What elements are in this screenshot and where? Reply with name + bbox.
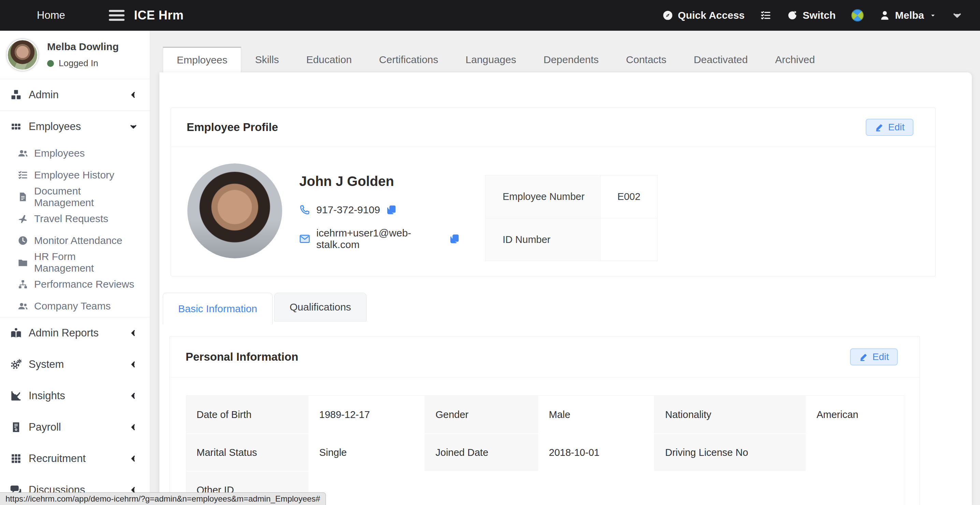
home-link[interactable]: Home [37,9,65,21]
sidebar-item-employees[interactable]: Employees [0,111,150,142]
phone-icon [299,204,310,215]
sidebar-item-label: Employees [34,147,84,159]
table-row: Employee NumberE002 [485,175,657,218]
chevron-down-icon [129,123,137,131]
sidebar-item-label: Travel Requests [34,213,108,225]
diagram-icon [18,279,28,289]
hamburger-icon[interactable] [109,10,124,21]
tab-contacts[interactable]: Contacts [612,47,680,72]
module-tabs: EmployeesSkillsEducationCertificationsLa… [163,47,980,72]
sidebar-subitem-employees[interactable]: Employees [0,142,150,164]
sidebar-item-label: Admin [29,89,59,101]
topbar-actions: Quick Access Switch Melba [662,9,980,21]
clock-icon [18,236,28,246]
tab-languages[interactable]: Languages [452,47,530,72]
rotate-icon [787,10,798,21]
tab-dependents[interactable]: Dependents [530,47,612,72]
field-value-gender: Male [539,396,655,433]
sidebar-subitem-performance-reviews[interactable]: Performance Reviews [0,273,150,295]
table-row: Date of Birth1989-12-17GenderMaleNationa… [186,396,904,433]
users-icon [18,148,28,158]
compass-icon [662,10,673,21]
sidebar-item-recruitment[interactable]: Recruitment [0,443,150,474]
list-check-icon [18,170,28,180]
user-menu[interactable]: Melba [879,10,936,21]
sidebar-item-admin[interactable]: Admin [0,79,150,111]
plane-icon [18,213,28,224]
language-globe-icon[interactable] [851,9,864,21]
field-label-gender: Gender [425,396,538,433]
chevron-left-icon [129,423,137,431]
employee-phone: 917-372-9109 [316,204,380,216]
copy-icon[interactable] [449,234,460,244]
sidebar-subitem-company-teams[interactable]: Company Teams [0,295,150,317]
email-row: icehrm+user1@web-stalk.com [299,227,460,250]
sidebar-subitem-monitor-attendance[interactable]: Monitor Attendance [0,229,150,252]
switch-label: Switch [803,10,836,21]
sidebar: Melba Dowling Logged In AdminEmployeesEm… [0,31,150,505]
chart-line-icon [10,390,22,401]
sidebar-item-label: System [29,358,64,371]
sidebar-item-label: Company Teams [34,300,111,312]
tasks-button[interactable] [760,10,771,21]
subtab-qualifications[interactable]: Qualifications [274,293,366,322]
field-value-marital-status: Single [309,434,425,471]
tab-archived[interactable]: Archived [761,47,829,72]
sidebar-item-label: Monitor Attendance [34,235,123,246]
tab-education[interactable]: Education [293,47,365,72]
book-reader-icon [10,327,22,339]
caret-down-icon [929,12,936,19]
sidebar-subitem-hr-form-management[interactable]: HR Form Management [0,252,150,273]
profile-edit-button[interactable]: Edit [866,119,913,136]
sidebar-subitem-travel-requests[interactable]: Travel Requests [0,208,150,229]
sidebar-item-payroll[interactable]: Payroll [0,411,150,443]
quick-access-label: Quick Access [678,10,745,21]
sidebar-item-label: Insights [29,390,65,402]
users-icon [18,301,28,311]
employee-profile-title: Employee Profile [187,121,278,134]
tab-certifications[interactable]: Certifications [366,47,452,72]
sidebar-item-admin-reports[interactable]: Admin Reports [0,317,150,349]
personal-edit-button[interactable]: Edit [850,348,898,365]
profile-subtabs: Basic InformationQualifications [163,293,972,324]
field-label-employee-number: Employee Number [485,175,601,218]
user-menu-label: Melba [895,10,924,21]
person-icon [879,10,890,21]
grid3-icon [10,453,22,464]
phone-row: 917-372-9109 [299,204,460,216]
file-invoice-icon [10,421,22,433]
user-name: Melba Dowling [47,41,119,53]
switch-button[interactable]: Switch [787,10,836,21]
quick-access-button[interactable]: Quick Access [662,10,745,21]
sidebar-item-label: Payroll [29,421,61,433]
chevron-left-icon [129,454,137,463]
tab-employees[interactable]: Employees [163,47,241,72]
sidebar-item-label: Performance Reviews [34,279,134,290]
cubes-icon [10,89,22,101]
tab-skills[interactable]: Skills [241,47,293,72]
main-area: EmployeesSkillsEducationCertificationsLa… [150,31,980,505]
chevron-down-icon[interactable] [952,10,962,21]
sidebar-nav: AdminEmployeesEmployeesEmployee HistoryD… [0,79,150,505]
table-row: ID Number [485,218,657,261]
field-value-joined-date: 2018-10-01 [539,434,655,471]
logged-in-dot [47,60,54,67]
employee-email: icehrm+user1@web-stalk.com [316,227,443,250]
personal-information-card: Personal Information Edit Date of Birth1… [170,336,920,505]
employee-id-table: Employee NumberE002ID Number [485,175,657,261]
sidebar-item-insights[interactable]: Insights [0,380,150,411]
field-value-date-of-birth: 1989-12-17 [309,396,425,433]
copy-icon[interactable] [386,205,396,215]
chevron-left-icon [129,360,137,368]
envelope-icon [299,233,310,244]
sidebar-subitem-document-management[interactable]: Document Management [0,186,150,208]
tab-deactivated[interactable]: Deactivated [680,47,761,72]
subtab-basic-information[interactable]: Basic Information [163,293,273,324]
personal-info-table: Date of Birth1989-12-17GenderMaleNationa… [186,395,904,505]
chevron-left-icon [129,329,137,337]
folder-icon [18,257,28,268]
sidebar-item-label: Document Management [34,185,137,209]
sidebar-item-system[interactable]: System [0,349,150,380]
sidebar-subitem-employee-history[interactable]: Employee History [0,164,150,186]
user-avatar [7,39,38,71]
